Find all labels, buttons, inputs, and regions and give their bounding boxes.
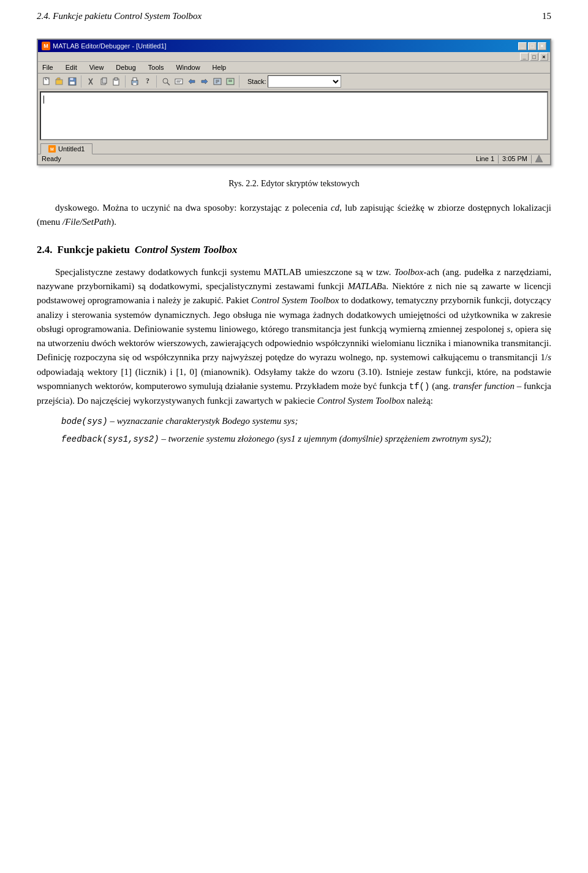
svg-marker-4: [56, 78, 60, 80]
tab-label: Untitled1: [58, 145, 85, 153]
section-heading-2-4: 2.4. Funkcje pakietu Control System Tool…: [37, 242, 551, 258]
page: 2.4. Funkcje pakietu Control System Tool…: [0, 0, 588, 475]
editor-cursor: [43, 96, 44, 104]
restore-button[interactable]: □: [528, 42, 537, 50]
toolbar-group-print: ?: [129, 75, 157, 88]
menu-file[interactable]: File: [40, 63, 55, 72]
menu-window[interactable]: Window: [174, 63, 202, 72]
svg-rect-19: [175, 79, 183, 84]
toolbar-copy-button[interactable]: [97, 75, 110, 88]
matlab-tabs: M Untitled1: [38, 142, 550, 154]
caption-prefix: Rys. 2.2.: [228, 179, 258, 188]
main-paragraph: Specjalistyczne zestawy dodatkowych funk…: [37, 265, 551, 408]
matlab-menubar: File Edit View Debug Tools Window Help: [38, 62, 550, 74]
toolbar-new-button[interactable]: [40, 75, 53, 88]
svg-rect-3: [56, 80, 62, 85]
svg-rect-6: [70, 78, 74, 80]
header-page-number: 15: [542, 11, 551, 21]
toolbar-nav3-button[interactable]: [186, 75, 198, 88]
menu-debug[interactable]: Debug: [114, 63, 137, 72]
toolbar-open-button[interactable]: [53, 75, 66, 88]
svg-line-18: [167, 83, 170, 85]
section-label-plain: Funkcje pakietu: [58, 242, 130, 258]
status-line: Line 1: [472, 155, 498, 164]
svg-rect-7: [70, 81, 75, 85]
menu-tools[interactable]: Tools: [146, 63, 166, 72]
toolbar-nav6-button[interactable]: [224, 75, 236, 88]
toolbar-paste-button[interactable]: [110, 75, 123, 88]
tab-icon: M: [48, 145, 56, 153]
intro-paragraph: dyskowego. Można to uczynić na dwa sposo…: [37, 201, 551, 230]
toolbar-help-button[interactable]: ?: [141, 75, 154, 88]
inner-close-button[interactable]: ×: [540, 53, 548, 61]
menu-view[interactable]: View: [88, 63, 106, 72]
inner-titlebar-buttons[interactable]: _ □ ×: [520, 53, 548, 61]
svg-marker-31: [535, 155, 543, 162]
header-section: 2.4. Funkcje pakietu Control System Tool…: [37, 11, 202, 21]
svg-rect-16: [133, 83, 137, 85]
list-item-feedback: feedback(sys1,sys2) – tworzenie systemu …: [61, 432, 551, 447]
list-item-bode: bode(sys) – wyznaczanie charakterystyk B…: [61, 414, 551, 429]
svg-rect-15: [133, 78, 137, 81]
toolbar-nav1-button[interactable]: [160, 75, 172, 88]
svg-point-17: [163, 78, 168, 83]
inner-minimize-button[interactable]: _: [520, 53, 529, 61]
svg-rect-13: [115, 78, 118, 80]
status-indicator: [531, 155, 546, 164]
svg-marker-23: [202, 79, 208, 84]
toolbar-save-button[interactable]: [66, 75, 78, 88]
toolbar-group-nav: [160, 75, 239, 88]
matlab-tab-untitled1[interactable]: M Untitled1: [40, 143, 92, 154]
status-ready: Ready: [42, 155, 61, 164]
matlab-editor-area[interactable]: [40, 91, 548, 140]
toolbar-print-button[interactable]: [129, 75, 141, 88]
toolbar-nav4-button[interactable]: [198, 75, 211, 88]
inner-titlebar: _ □ ×: [38, 52, 550, 62]
feedback-function: feedback(sys1,sys2): [61, 434, 159, 444]
matlab-statusbar: Ready Line 1 3:05 PM: [38, 154, 550, 164]
titlebar-left: M MATLAB Editor/Debugger - [Untitled1]: [42, 42, 167, 50]
matlab-titlebar: M MATLAB Editor/Debugger - [Untitled1] _…: [38, 40, 550, 52]
text-body: dyskowego. Można to uczynić na dwa sposo…: [37, 201, 551, 447]
matlab-icon: M: [42, 42, 50, 50]
tf-function: tf(): [409, 382, 430, 391]
menu-help[interactable]: Help: [211, 63, 228, 72]
status-right: Line 1 3:05 PM: [472, 155, 546, 164]
stack-dropdown[interactable]: [268, 75, 341, 88]
matlab-toolbar: ?: [38, 74, 550, 89]
section-number: 2.4.: [37, 242, 53, 258]
matlab-window-title: MATLAB Editor/Debugger - [Untitled1]: [53, 42, 167, 50]
bode-function: bode(sys): [61, 417, 108, 426]
titlebar-buttons[interactable]: _ □ ×: [518, 42, 546, 50]
page-header: 2.4. Funkcje pakietu Control System Tool…: [37, 0, 551, 28]
minimize-button[interactable]: _: [518, 42, 527, 50]
svg-marker-22: [189, 79, 195, 84]
svg-rect-11: [102, 78, 107, 83]
toolbar-nav5-button[interactable]: [211, 75, 224, 88]
close-button[interactable]: ×: [538, 42, 546, 50]
toolbar-nav2-button[interactable]: [173, 75, 185, 88]
toolbar-cut-button[interactable]: [85, 75, 97, 88]
menu-edit[interactable]: Edit: [64, 63, 79, 72]
section-label-italic: Control System Toolbox: [135, 242, 238, 258]
status-time: 3:05 PM: [498, 155, 531, 164]
caption-text: Edytor skryptów tekstowych: [261, 179, 360, 188]
figure-caption: Rys. 2.2. Edytor skryptów tekstowych: [37, 179, 551, 189]
stack-label: Stack:: [247, 78, 266, 85]
inner-restore-button[interactable]: □: [530, 53, 538, 61]
toolbar-group-edit: [85, 75, 126, 88]
toolbar-group-file: [40, 75, 81, 88]
matlab-window: M MATLAB Editor/Debugger - [Untitled1] _…: [37, 39, 551, 165]
